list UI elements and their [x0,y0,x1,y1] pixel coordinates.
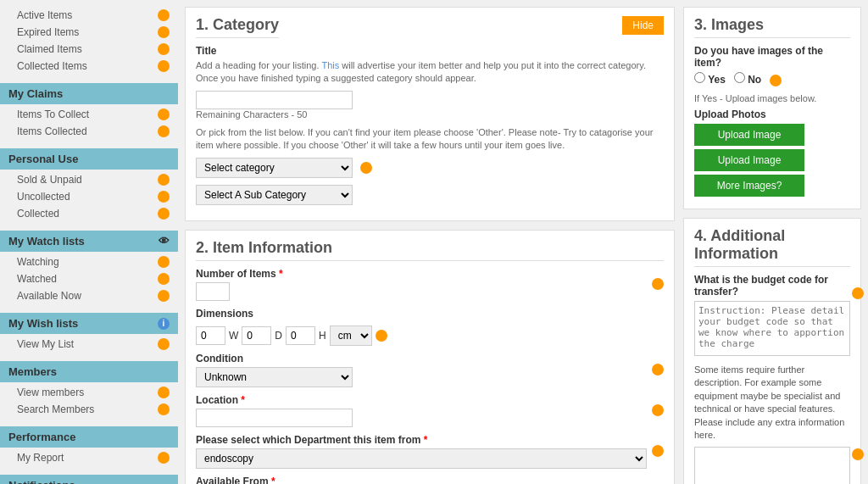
sidebar-section-items: Active Items Expired Items Claimed Items… [0,7,178,75]
dim-unit-select[interactable]: cmmmm [330,325,372,346]
yes-radio[interactable] [694,72,705,83]
additional-title: 4. Additional Information [694,227,850,267]
items-collected-dot [158,125,170,137]
dim-w-input[interactable] [196,326,225,345]
sidebar-section-performance: Performance My Report [0,426,178,466]
category-select-dot [360,162,372,174]
sidebar-item-view-members[interactable]: View members [0,384,178,401]
members-title: Members [0,361,178,382]
sidebar-item-view-my-list[interactable]: View My List [0,336,178,353]
search-members-dot [158,403,170,415]
images-question: Do you have images of the item? [694,45,850,69]
claimed-items-dot [158,43,170,55]
budget-question: What is the budget code for transfer? [694,274,850,298]
remaining-chars: Remaining Characters - 50 [196,109,664,120]
main-content: 1. Category Hide Title Add a heading for… [178,0,868,484]
images-title: 3. Images [694,16,850,38]
dimensions-dot [376,330,387,342]
my-report-dot [158,452,170,464]
title-input[interactable] [196,91,353,109]
yes-no-dot [770,75,782,86]
item-info-title: 2. Item Information [196,239,664,261]
sidebar-item-uncollected[interactable]: Uncollected [0,188,178,205]
performance-title: Performance [0,426,178,448]
sidebar-item-available-now[interactable]: Available Now [0,287,178,304]
sidebar-item-my-report[interactable]: My Report [0,449,178,466]
sidebar-item-items-to-collect[interactable]: Items To Collect [0,106,178,123]
active-items-dot [158,9,170,21]
available-now-dot [158,290,170,302]
budget-dot [852,287,864,299]
sidebar-section-my-claims: My Claims Items To Collect Items Collect… [0,83,178,140]
title-help: Add a heading for your listing. This wil… [196,59,664,86]
category-section: 1. Category Hide Title Add a heading for… [185,7,675,221]
budget-textarea[interactable] [694,301,850,356]
dept-row: Please select which Department this item… [196,434,664,469]
hide-button[interactable]: Hide [622,16,664,35]
w-label: W [229,330,238,342]
category-title: 1. Category [196,16,279,38]
sidebar-section-notifications: Notifications Settings Notifications [0,475,178,484]
view-my-list-dot [158,338,170,350]
d-label: D [275,330,282,342]
sub-category-select-row: Select A Sub Category [196,185,664,205]
sidebar-item-search-members[interactable]: Search Members [0,401,178,418]
h-label: H [319,330,326,342]
personal-use-title: Personal Use [0,148,178,170]
watch-lists-title: My Watch lists 👁 [0,231,178,252]
uncollected-dot [158,191,170,203]
dept-select[interactable]: endoscopy [196,448,647,469]
no-label: No [734,72,761,86]
yes-no-row: Yes No [694,72,850,88]
dimensions-label: Dimensions [196,308,664,320]
dim-d-input[interactable] [242,326,271,345]
sidebar-item-active-items[interactable]: Active Items [0,7,178,24]
sidebar-item-claimed-items[interactable]: Claimed Items [0,41,178,58]
right-column: 3. Images Do you have images of the item… [683,7,861,484]
sidebar-item-watching[interactable]: Watching [0,253,178,270]
view-members-dot [158,387,170,398]
sidebar-item-items-collected[interactable]: Items Collected [0,123,178,140]
if-yes-text: If Yes - Upload images below. [694,93,850,103]
this-link[interactable]: This [321,60,339,70]
extra-info-dot [852,448,864,460]
notifications-title: Notifications [0,475,178,484]
dim-h-input[interactable] [286,326,315,345]
dept-label: Please select which Department this item… [196,434,647,446]
yes-label: Yes [694,72,726,86]
left-column: 1. Category Hide Title Add a heading for… [185,7,675,484]
sidebar-item-watched[interactable]: Watched [0,270,178,287]
additional-section: 4. Additional Information What is the bu… [683,218,861,484]
condition-select[interactable]: Unknown GoodFairPoor [196,367,353,387]
watching-dot [158,256,170,268]
num-items-dot [652,278,664,290]
sidebar-item-collected[interactable]: Collected [0,205,178,222]
items-to-collect-dot [158,108,170,120]
category-select[interactable]: Select category [196,158,353,178]
sub-category-select[interactable]: Select A Sub Category [196,185,353,205]
sidebar-item-collected-items[interactable]: Collected Items [0,58,178,75]
upload-btn-1[interactable]: Upload Image [694,124,804,146]
location-row: Location [196,394,664,427]
more-images-btn[interactable]: More Images? [694,175,804,197]
upload-btn-2[interactable]: Upload Image [694,149,804,171]
extra-info-textarea[interactable] [694,447,850,484]
num-items-input[interactable] [196,282,230,301]
sidebar-item-expired-items[interactable]: Expired Items [0,24,178,41]
sidebar-item-sold-unpaid[interactable]: Sold & Unpaid [0,171,178,188]
item-info-section: 2. Item Information Number of Items Dime… [185,230,675,484]
no-radio[interactable] [734,72,745,83]
collected-items-dot [158,60,170,72]
category-select-row: Select category [196,158,664,178]
upload-photos-label: Upload Photos [694,108,850,120]
extra-info-text: Some items require further description. … [694,364,850,442]
sold-unpaid-dot [158,174,170,186]
images-section: 3. Images Do you have images of the item… [683,7,861,209]
my-claims-title: My Claims [0,83,178,104]
pick-list-text: Or pick from the list below. If you can'… [196,126,664,153]
location-dot [652,404,664,416]
location-input[interactable] [196,409,353,427]
info-icon: i [158,318,170,330]
wish-lists-title: My Wish lists i [0,313,178,334]
budget-row: What is the budget code for transfer? [694,274,850,359]
